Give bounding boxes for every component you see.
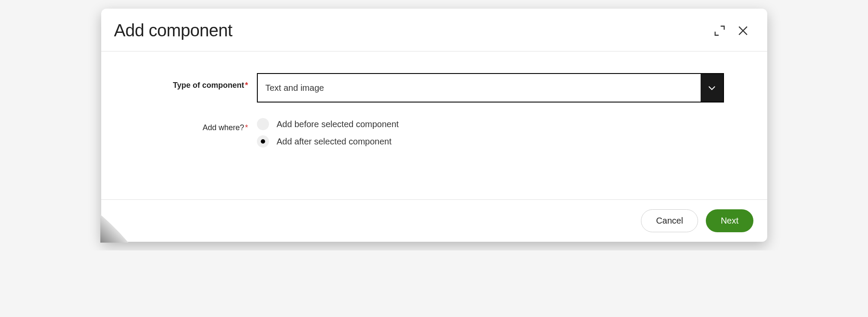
type-of-component-select[interactable]: Text and image <box>257 73 724 102</box>
close-button[interactable] <box>735 23 751 38</box>
chevron-down-icon <box>708 85 716 90</box>
dialog-body: Type of component* Text and image Add wh… <box>101 51 767 199</box>
header-actions <box>712 23 751 38</box>
add-component-dialog: Add component Type of component* <box>101 9 767 242</box>
add-where-radio-group: Add before selected component Add after … <box>257 115 724 147</box>
radio-label: Add after selected component <box>277 137 392 147</box>
select-arrow-button[interactable] <box>701 74 723 102</box>
radio-circle <box>257 135 269 147</box>
close-icon <box>737 25 749 37</box>
expand-icon <box>714 25 726 37</box>
type-of-component-row: Type of component* Text and image <box>119 73 750 102</box>
dialog-title: Add component <box>114 21 233 40</box>
radio-circle <box>257 118 269 130</box>
required-indicator: * <box>245 81 248 90</box>
expand-button[interactable] <box>712 23 727 38</box>
next-button[interactable]: Next <box>706 209 753 232</box>
add-where-label-text: Add where? <box>202 123 244 132</box>
radio-dot <box>261 139 265 144</box>
select-value[interactable]: Text and image <box>258 74 701 102</box>
dialog-header: Add component <box>101 9 767 51</box>
radio-label: Add before selected component <box>277 119 399 129</box>
add-where-control: Add before selected component Add after … <box>257 115 724 147</box>
cancel-button[interactable]: Cancel <box>641 209 698 232</box>
dialog-footer: Cancel Next <box>101 199 767 242</box>
add-where-label: Add where?* <box>119 115 257 132</box>
required-indicator: * <box>245 123 248 132</box>
type-of-component-label: Type of component* <box>119 73 257 90</box>
radio-add-before[interactable]: Add before selected component <box>257 118 724 130</box>
radio-add-after[interactable]: Add after selected component <box>257 135 724 147</box>
type-of-component-control: Text and image <box>257 73 724 102</box>
add-where-row: Add where?* Add before selected componen… <box>119 115 750 147</box>
type-label-text: Type of component <box>173 81 244 90</box>
